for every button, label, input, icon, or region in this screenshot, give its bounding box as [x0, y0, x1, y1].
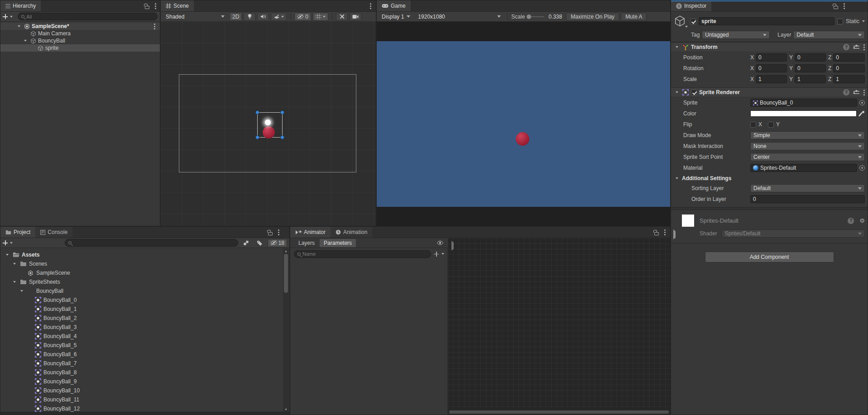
foldout-icon[interactable] [11, 263, 18, 265]
foldout-icon[interactable] [674, 91, 680, 93]
parameters-tab[interactable]: Parameters [320, 239, 356, 247]
hierarchy-item[interactable]: sprite [0, 44, 160, 52]
mute-audio-button[interactable]: Mute A [621, 13, 647, 21]
search-by-type-button[interactable] [240, 239, 252, 247]
project-tree-item[interactable]: BouncyBall_9 [0, 377, 283, 386]
scene-camera-button[interactable] [350, 13, 361, 21]
foldout-icon[interactable] [26, 326, 32, 328]
x-input[interactable]: 0 [756, 53, 787, 62]
y-input[interactable]: 1 [795, 75, 826, 83]
project-vertical-scrollbar[interactable]: ▲ ▼ [283, 248, 289, 412]
foldout-icon[interactable] [26, 390, 32, 391]
sprite-renderer-component-header[interactable]: Sprite Renderer [671, 87, 868, 97]
kebab-menu-icon[interactable] [278, 232, 279, 233]
display-dropdown[interactable]: Display 1 [379, 13, 413, 21]
project-search-input[interactable] [73, 240, 235, 246]
project-tree-item[interactable]: BouncyBall_11 [0, 395, 283, 404]
2d-toggle-button[interactable]: 2D [230, 13, 242, 21]
scene-audio-button[interactable] [257, 13, 269, 21]
parameter-search-field[interactable] [294, 250, 431, 258]
order-in-layer-input[interactable]: 0 [750, 195, 865, 203]
layer-dropdown[interactable]: Default [793, 31, 865, 39]
y-input[interactable]: 0 [795, 53, 826, 62]
project-tree-item[interactable]: BouncyBall_8 [0, 368, 283, 377]
foldout-icon[interactable] [4, 254, 10, 256]
animator-graph-area[interactable] [448, 238, 670, 409]
foldout-icon[interactable] [26, 363, 32, 364]
foldout-icon[interactable] [26, 335, 32, 337]
kebab-menu-icon[interactable] [863, 92, 865, 93]
z-input[interactable]: 1 [833, 75, 865, 83]
project-tree-item[interactable]: BouncyBall_0 [0, 296, 283, 305]
project-search-field[interactable] [65, 239, 238, 247]
add-parameter-button[interactable] [434, 252, 439, 257]
scene-viewport[interactable] [161, 22, 376, 226]
kebab-menu-icon[interactable] [844, 5, 845, 7]
foldout-icon[interactable] [19, 290, 25, 292]
y-input[interactable]: 0 [795, 64, 826, 72]
project-tree-item[interactable]: SampleScene [0, 268, 283, 277]
static-checkbox[interactable] [837, 19, 843, 24]
hierarchy-item[interactable]: BouncyBall [0, 37, 160, 44]
flip-x-checkbox[interactable] [750, 122, 756, 128]
add-parameter-caret-icon[interactable] [441, 253, 444, 255]
foldout-icon[interactable] [26, 353, 32, 355]
scale-slider-knob[interactable] [527, 14, 531, 19]
z-input[interactable]: 0 [833, 64, 865, 72]
project-tree-item[interactable]: BouncyBall_2 [0, 314, 283, 323]
kebab-menu-icon[interactable] [863, 47, 865, 48]
project-tree-item[interactable]: BouncyBall_7 [0, 359, 283, 368]
color-swatch[interactable] [750, 110, 857, 117]
eye-toggle[interactable] [436, 240, 444, 245]
help-icon[interactable] [843, 89, 849, 95]
project-tree-item[interactable]: BouncyBall_6 [0, 350, 283, 359]
gameobject-cube-icon[interactable] [674, 15, 687, 28]
shader-dropdown[interactable]: Sprites/Default [722, 229, 865, 238]
create-asset-button[interactable] [3, 240, 8, 245]
lock-icon[interactable] [268, 232, 273, 235]
static-dropdown-caret-icon[interactable] [862, 20, 865, 22]
hidden-objects-button[interactable]: 0 [294, 13, 311, 21]
help-icon[interactable] [848, 218, 854, 224]
lock-icon[interactable] [654, 232, 659, 235]
help-icon[interactable] [843, 44, 849, 50]
foldout-icon[interactable] [674, 46, 680, 48]
draw-mode-dropdown[interactable]: Simple [750, 131, 865, 139]
grid-visibility-button[interactable] [313, 13, 328, 21]
z-input[interactable]: 0 [833, 53, 865, 62]
project-tree-item[interactable]: BouncyBall_3 [0, 323, 283, 332]
resolution-dropdown[interactable]: 1920x1080 [415, 13, 504, 21]
scene-header-row[interactable]: SampleScene* [0, 23, 160, 30]
project-tree-item[interactable]: BouncyBall_5 [0, 341, 283, 350]
foldout-icon[interactable] [26, 381, 32, 382]
scroll-up-arrow-icon[interactable]: ▲ [284, 249, 288, 253]
tab-animation[interactable]: Animation [331, 227, 372, 238]
project-tree-item[interactable]: Scenes [0, 259, 283, 268]
object-picker-icon[interactable] [859, 100, 865, 105]
tag-dropdown[interactable]: Untagged [702, 31, 770, 39]
tab-game[interactable]: Game [377, 0, 411, 11]
move-tool-gizmo[interactable] [265, 119, 271, 125]
project-tree-item[interactable]: BouncyBall [0, 286, 283, 296]
add-component-button[interactable]: Add Component [705, 252, 834, 262]
foldout-icon[interactable] [29, 47, 36, 49]
sprite-sort-point-dropdown[interactable]: Center [750, 153, 865, 161]
scale-slider[interactable] [527, 16, 544, 17]
foldout-icon[interactable] [26, 372, 32, 373]
preset-icon[interactable] [854, 45, 859, 50]
transform-component-header[interactable]: Transform [671, 42, 868, 52]
selection-handle-top-right[interactable] [280, 110, 284, 114]
selection-handle-top-left[interactable] [255, 110, 259, 114]
grid-dropdown-caret-icon[interactable] [323, 16, 326, 18]
scene-effects-button[interactable] [271, 13, 287, 21]
gear-icon[interactable]: ⚙ [859, 218, 865, 224]
shading-mode-dropdown[interactable]: Shaded [163, 13, 227, 21]
scene-kebab-icon[interactable] [154, 26, 155, 27]
project-tree-item[interactable]: BouncyBall_10 [0, 386, 283, 395]
bouncy-ball-sprite[interactable] [263, 126, 275, 138]
sorting-layer-dropdown[interactable]: Default [750, 184, 865, 192]
foldout-icon[interactable] [26, 399, 32, 401]
scrollbar-thumb[interactable] [449, 410, 669, 414]
search-by-label-button[interactable] [254, 239, 266, 247]
add-gameobject-button[interactable] [3, 14, 8, 19]
